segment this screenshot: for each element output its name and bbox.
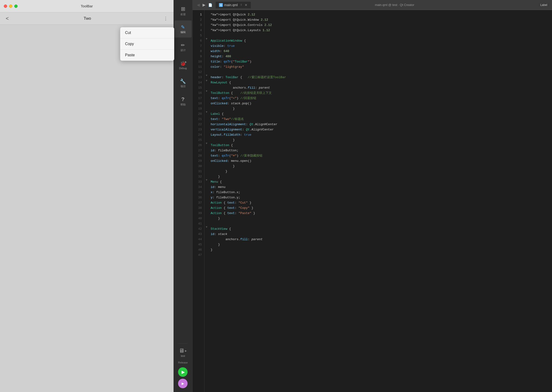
code-line: height: 480 [211,54,552,59]
menu-button[interactable]: ⋮ [162,16,170,21]
debug-run-button[interactable]: ▶ [178,379,188,388]
line-number: 13 [192,75,204,80]
sidebar-item-help[interactable]: ? 帮助 [175,93,192,110]
device-selector[interactable]: 🖥 ▶ [179,347,187,354]
context-menu-paste[interactable]: Paste [120,50,174,61]
fold-indicator [205,245,209,250]
fold-indicator [205,62,209,68]
fold-indicator [205,193,209,198]
maximize-button[interactable] [14,5,18,8]
fold-indicator[interactable]: ▼ [205,73,209,78]
fold-indicator [205,146,209,151]
sidebar-item-debug[interactable]: 🐞 ▶ Debug [175,56,192,74]
fold-indicator[interactable]: ▼ [205,109,209,114]
window-title: ToolBar [81,4,93,8]
sort-icon: ⇕ [240,3,242,7]
fold-indicator[interactable]: ▼ [205,177,209,182]
code-line: Action { text: "Copy" } [211,205,552,210]
line-number: 5 [192,33,204,38]
code-line: Label { [211,111,552,116]
fold-indicator [205,214,209,219]
run-button[interactable]: ▶ [178,367,188,377]
fold-indicator[interactable]: ▼ [205,78,209,83]
code-line: id: fileButton; [211,148,552,153]
line-numbers: 1234567891011121314151617181920212223242… [192,10,205,392]
debug-run-icon: ▶ [182,382,184,385]
nav-back-button[interactable]: ◀ [195,3,201,7]
fold-indicator [205,130,209,135]
context-menu-copy[interactable]: Copy [120,38,174,50]
fold-indicator[interactable]: ▼ [205,88,209,94]
minimize-button[interactable] [9,5,12,8]
fold-indicator [205,41,209,47]
fold-indicator[interactable]: ▼ [205,141,209,146]
fold-indicator [205,52,209,57]
line-number: 6 [192,38,204,43]
line-number: 25 [192,137,204,143]
code-line: ToolButton { [211,143,552,148]
fold-column: ▼▼▼▼▼▼▼▼ [205,10,209,392]
qml-file-icon: Q [219,3,223,7]
fold-indicator [205,26,209,31]
code-content: "kw">import QtQuick 2.12"kw">import QtQu… [209,10,552,392]
fold-indicator [205,172,209,177]
app-toolbar: < Two ⋮ [0,12,174,25]
code-line: Layout.fillWidth: true [211,132,552,137]
window-controls [4,5,18,8]
edit-label: 编辑 [180,30,186,34]
monitor-icon: 🖥 [179,347,184,354]
nav-history-button[interactable]: 📄 [207,3,214,7]
code-line: ToolButton { //此按钮是关联上下文 [211,90,552,96]
context-menu-cut[interactable]: Cut [120,27,174,38]
line-number: 27 [192,148,204,153]
line-number: 8 [192,49,204,54]
line-number: 7 [192,43,204,49]
line-number: 39 [192,210,204,216]
fold-indicator[interactable]: ▼ [205,36,209,41]
line-number: 31 [192,169,204,174]
line-number: 10 [192,59,204,64]
fold-indicator [205,99,209,104]
fold-indicator [205,47,209,52]
line-number: 20 [192,111,204,116]
code-line: } [211,106,552,111]
close-button[interactable] [4,5,7,8]
nav-forward-button[interactable]: ▶ [201,3,207,7]
line-number: 28 [192,153,204,158]
fold-indicator [205,21,209,26]
fold-indicator [205,198,209,203]
back-button[interactable]: < [4,15,11,22]
code-line: onClicked: stack.pop() [211,101,552,106]
editor-tab[interactable]: Q main.qml ⇕ ✕ [216,2,251,8]
line-number: 47 [192,252,204,258]
sidebar-item-project[interactable]: 🔧 项目 [175,75,192,92]
sidebar-item-design[interactable]: ✏ 设计 [175,38,192,56]
code-line: } [211,242,552,247]
qt-creator: ⊞ 欢迎 ✎ 编辑 ✏ 设计 🐞 ▶ Debug 🔧 项目 ? 帮助 [174,0,552,392]
fold-indicator[interactable]: ▼ [205,224,209,230]
editor-header: ◀ ▶ 📄 Q main.qml ⇕ ✕ main.qml @ test · Q… [192,0,552,10]
line-number: 3 [192,22,204,28]
code-line: color: "lightgray" [211,64,552,69]
line-number: 46 [192,247,204,252]
code-line: Action { text: "Cut" } [211,200,552,205]
fold-indicator [205,94,209,99]
line-number: 42 [192,226,204,231]
sidebar-item-welcome[interactable]: ⊞ 欢迎 [175,2,192,20]
code-line: "kw">import QtQuick.Controls 2.12 [211,22,552,28]
code-line: StackView { [211,226,552,231]
line-number: 34 [192,184,204,189]
sidebar-item-edit[interactable]: ✎ 编辑 [175,21,192,38]
context-menu: Cut Copy Paste [120,27,174,61]
tab-close-button[interactable]: ✕ [245,3,248,7]
code-line: anchors.fill: parent [211,85,552,90]
line-number: 35 [192,189,204,195]
fold-indicator [205,104,209,109]
code-line: ApplicationWindow { [211,38,552,43]
code-editor: 1234567891011121314151617181920212223242… [192,10,552,392]
fold-indicator [205,114,209,120]
code-line: header: ToolBar { //窗口标题栏设置ToolBar [211,75,552,80]
code-line: text: "Two" //标题名 [211,116,552,122]
fold-indicator [205,15,209,21]
line-number: 14 [192,80,204,85]
